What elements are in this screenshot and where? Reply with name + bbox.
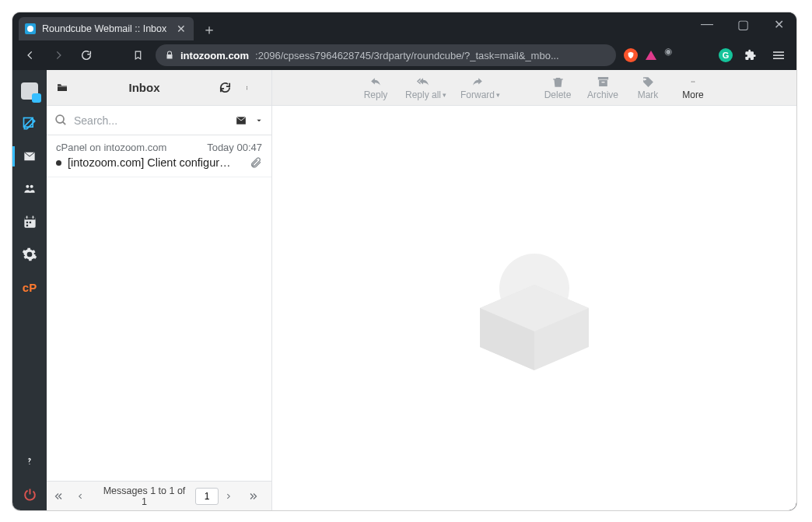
sidebar-settings[interactable] (12, 238, 47, 271)
reply-all-button[interactable]: Reply all ▾ (405, 75, 446, 100)
search-scope-icon[interactable] (234, 115, 248, 126)
svg-point-5 (30, 185, 33, 188)
svg-rect-21 (599, 80, 607, 86)
tag-icon (642, 75, 655, 89)
page-status: Messages 1 to 1 of 1 (100, 485, 189, 507)
sidebar-help[interactable] (12, 445, 47, 478)
svg-point-17 (247, 89, 247, 89)
archive-icon (597, 75, 610, 89)
svg-rect-7 (24, 217, 35, 219)
svg-point-15 (247, 86, 247, 86)
sidebar-logout[interactable] (12, 478, 47, 510)
bookmark-icon[interactable] (128, 45, 148, 65)
svg-rect-1 (773, 54, 784, 55)
reply-all-icon (415, 75, 432, 89)
preview-pane: Reply Reply all ▾ Forward ▾ (272, 70, 796, 510)
more-icon (685, 75, 701, 89)
folder-title: Inbox (78, 81, 211, 94)
favicon-icon (25, 23, 36, 34)
folder-icon[interactable] (54, 82, 70, 94)
svg-point-18 (56, 115, 64, 123)
svg-rect-11 (29, 221, 30, 222)
tab-close-icon[interactable]: ✕ (177, 23, 186, 35)
url-path: :2096/cpsess7964628745/3rdparty/roundcub… (255, 50, 607, 61)
svg-point-4 (26, 185, 29, 188)
attachment-icon (250, 156, 262, 169)
search-input[interactable] (74, 114, 228, 127)
nav-forward-button[interactable] (48, 45, 68, 65)
refresh-button[interactable] (219, 81, 237, 94)
window-close[interactable]: ✕ (761, 12, 796, 36)
extensions-icon[interactable] (740, 45, 761, 65)
brave-rewards-icon[interactable] (646, 51, 656, 60)
message-list-pane: Inbox (47, 70, 272, 510)
page-prev-button[interactable] (76, 492, 93, 501)
new-tab-button[interactable]: ＋ (198, 19, 220, 40)
brave-shield-icon[interactable] (624, 48, 638, 62)
message-item[interactable]: cPanel on intozoom.com Today 00:47 [into… (47, 135, 271, 177)
list-options-button[interactable] (245, 81, 264, 95)
svg-point-26 (694, 81, 695, 82)
window-maximize[interactable]: ▢ (725, 12, 761, 36)
tab-title: Roundcube Webmail :: Inbox (42, 23, 170, 34)
sidebar-cpanel[interactable]: cP (12, 271, 47, 303)
more-button[interactable]: More (677, 75, 709, 100)
sidebar-calendar[interactable] (12, 205, 47, 238)
message-subject: [intozoom.com] Client configur… (68, 156, 243, 169)
svg-rect-10 (26, 221, 27, 222)
sidebar-mail[interactable] (12, 140, 47, 173)
svg-rect-20 (597, 77, 607, 79)
page-next-button[interactable] (225, 492, 242, 501)
forward-button[interactable]: Forward ▾ (460, 75, 500, 100)
svg-point-24 (691, 81, 692, 82)
svg-rect-12 (26, 224, 27, 226)
trash-icon (552, 75, 564, 89)
window-minimize[interactable]: — (689, 12, 725, 36)
app-sidebar: cP (12, 70, 47, 510)
browser-menu-icon[interactable] (768, 45, 789, 65)
svg-point-16 (247, 87, 247, 88)
reply-button[interactable]: Reply (360, 75, 391, 100)
grammarly-icon[interactable]: G (719, 48, 733, 62)
url-bar[interactable]: intozoom.com :2096/cpsess7964628745/3rdp… (156, 44, 616, 66)
delete-button[interactable]: Delete (542, 75, 573, 100)
nav-back-button[interactable] (20, 45, 40, 65)
search-options-caret[interactable] (254, 117, 264, 124)
mark-button[interactable]: Mark (632, 75, 663, 100)
page-first-button[interactable] (53, 492, 70, 501)
caret-down-icon[interactable]: ▾ (496, 91, 500, 100)
empty-state-icon (457, 230, 612, 386)
page-number-input[interactable] (195, 488, 219, 505)
archive-button[interactable]: Archive (587, 75, 618, 100)
sidebar-logo[interactable] (12, 75, 47, 107)
lock-icon (165, 50, 174, 61)
svg-rect-22 (601, 82, 604, 82)
search-icon (54, 114, 68, 127)
svg-point-23 (644, 78, 646, 79)
caret-down-icon[interactable]: ▾ (443, 91, 446, 100)
svg-line-19 (63, 122, 66, 125)
svg-rect-0 (773, 51, 784, 52)
browser-tab[interactable]: Roundcube Webmail :: Inbox ✕ (19, 17, 194, 40)
url-domain: intozoom.com (180, 50, 249, 61)
forward-icon (471, 75, 485, 89)
message-from: cPanel on intozoom.com (56, 142, 166, 153)
sidebar-compose[interactable] (12, 107, 47, 140)
unread-dot-icon (56, 160, 61, 166)
message-date: Today 00:47 (207, 142, 262, 153)
page-last-button[interactable] (248, 492, 265, 501)
svg-rect-2 (773, 58, 784, 59)
svg-point-25 (692, 81, 693, 82)
reader-toggle-icon[interactable]: ◉ (664, 46, 672, 57)
sidebar-contacts[interactable] (12, 173, 47, 205)
nav-reload-button[interactable] (76, 45, 96, 65)
reply-icon (369, 75, 383, 89)
